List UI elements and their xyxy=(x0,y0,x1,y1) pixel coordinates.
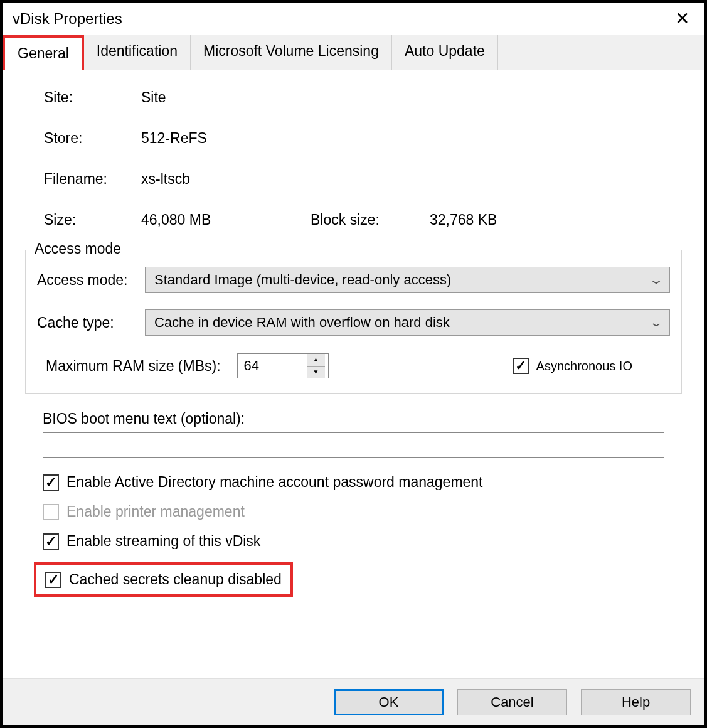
enable-streaming-label: Enable streaming of this vDisk xyxy=(66,533,260,550)
tab-general[interactable]: General xyxy=(3,35,84,70)
enable-ad-checkbox[interactable]: Enable Active Directory machine account … xyxy=(43,474,664,491)
site-value: Site xyxy=(141,89,311,106)
access-mode-label: Access mode: xyxy=(37,272,139,289)
cache-type-value: Cache in device RAM with overflow on har… xyxy=(154,314,450,331)
site-label: Site: xyxy=(44,89,141,106)
options-list: Enable Active Directory machine account … xyxy=(43,474,664,597)
access-mode-legend: Access mode xyxy=(31,240,125,257)
bios-label: BIOS boot menu text (optional): xyxy=(43,410,664,427)
cache-type-label: Cache type: xyxy=(37,314,139,331)
dialog-footer: OK Cancel Help xyxy=(3,678,704,725)
access-mode-group: Access mode Access mode: Standard Image … xyxy=(25,250,682,394)
ram-size-label: Maximum RAM size (MBs): xyxy=(46,358,221,375)
checkbox-icon xyxy=(43,504,59,520)
filename-label: Filename: xyxy=(44,171,141,188)
cached-secrets-checkbox[interactable]: Cached secrets cleanup disabled xyxy=(45,571,282,588)
help-button[interactable]: Help xyxy=(581,689,691,715)
cached-secrets-highlight: Cached secrets cleanup disabled xyxy=(34,562,293,597)
dialog-window: vDisk Properties ✕ General Identificatio… xyxy=(0,0,707,728)
chevron-down-icon: ⌄ xyxy=(649,316,664,329)
bios-section: BIOS boot menu text (optional): xyxy=(43,410,664,458)
access-mode-value: Standard Image (multi-device, read-only … xyxy=(154,272,451,288)
size-label: Size: xyxy=(44,211,141,228)
block-label: Block size: xyxy=(311,211,430,228)
enable-printer-checkbox: Enable printer management xyxy=(43,503,664,520)
block-value: 32,768 KB xyxy=(430,211,543,228)
spinner-up-icon[interactable]: ▲ xyxy=(307,354,325,367)
checkbox-icon xyxy=(513,358,529,374)
ram-size-input[interactable] xyxy=(238,354,307,378)
cached-secrets-label: Cached secrets cleanup disabled xyxy=(69,571,282,588)
bios-input[interactable] xyxy=(43,432,664,458)
ok-button[interactable]: OK xyxy=(334,689,444,715)
cache-type-select[interactable]: Cache in device RAM with overflow on har… xyxy=(145,309,670,336)
tab-auto-update[interactable]: Auto Update xyxy=(392,35,498,70)
size-value: 46,080 MB xyxy=(141,211,311,228)
enable-printer-label: Enable printer management xyxy=(66,503,245,520)
titlebar: vDisk Properties ✕ xyxy=(3,3,704,35)
checkbox-icon xyxy=(43,474,59,491)
store-value: 512-ReFS xyxy=(141,130,311,147)
tab-identification[interactable]: Identification xyxy=(84,35,191,70)
store-label: Store: xyxy=(44,130,141,147)
tab-panel-general: Site: Site Store: 512-ReFS Filename: xs-… xyxy=(3,70,704,678)
close-icon[interactable]: ✕ xyxy=(670,8,694,30)
spinner-down-icon[interactable]: ▼ xyxy=(307,367,325,378)
async-io-checkbox[interactable]: Asynchronous IO xyxy=(513,358,632,374)
checkbox-icon xyxy=(45,572,61,588)
ram-size-spinner[interactable]: ▲ ▼ xyxy=(237,353,329,378)
tab-volume-licensing[interactable]: Microsoft Volume Licensing xyxy=(191,35,392,70)
info-grid: Site: Site Store: 512-ReFS Filename: xs-… xyxy=(44,89,682,228)
window-title: vDisk Properties xyxy=(13,10,122,28)
cancel-button[interactable]: Cancel xyxy=(457,689,567,715)
enable-streaming-checkbox[interactable]: Enable streaming of this vDisk xyxy=(43,533,664,550)
access-mode-select[interactable]: Standard Image (multi-device, read-only … xyxy=(145,267,670,293)
checkbox-icon xyxy=(43,533,59,550)
async-io-label: Asynchronous IO xyxy=(536,359,632,373)
chevron-down-icon: ⌄ xyxy=(649,273,664,287)
tab-bar: General Identification Microsoft Volume … xyxy=(3,35,704,70)
filename-value: xs-ltscb xyxy=(141,171,311,188)
enable-ad-label: Enable Active Directory machine account … xyxy=(66,474,483,491)
